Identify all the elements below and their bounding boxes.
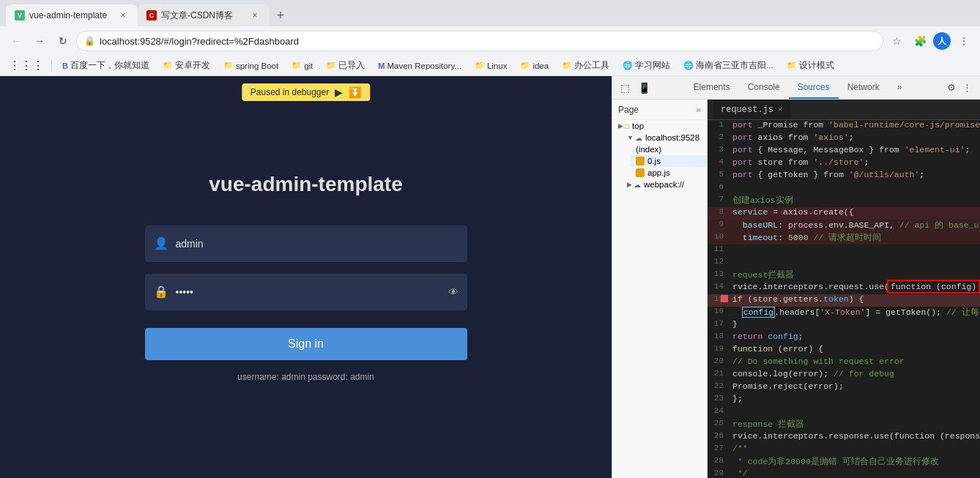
- code-line-highlight: 8 service = axios.create({: [708, 207, 980, 220]
- code-editor-header: request.js ×: [708, 100, 980, 120]
- bookmark-hainan[interactable]: 🌐 海南省三亚市吉阳...: [678, 59, 779, 72]
- debug-step-button[interactable]: ⏬: [349, 86, 361, 98]
- file-tree-appjs[interactable]: app.js: [630, 167, 707, 179]
- file-tree-top[interactable]: ▶ □ top: [612, 120, 707, 132]
- bookmark-baidu[interactable]: B 百度一下，你就知道: [56, 59, 155, 72]
- ft-label-0js: 0.js: [647, 157, 661, 165]
- lock-field-icon: 🔒: [154, 285, 168, 299]
- code-line: 22 Promise.reject(error);: [708, 381, 980, 394]
- debug-resume-button[interactable]: ▶: [335, 86, 343, 98]
- file-tree-0js[interactable]: 0.js: [630, 155, 707, 167]
- tab-more[interactable]: »: [888, 76, 911, 99]
- devtools-topbar: ⬚ 📱 Elements Console Sources Network » ⚙…: [612, 76, 980, 100]
- bookmark-study[interactable]: 🌐 学习网站: [617, 59, 676, 72]
- code-line: 18 return config;: [708, 332, 980, 344]
- password-input[interactable]: [176, 286, 448, 298]
- devtools-panel: ⬚ 📱 Elements Console Sources Network » ⚙…: [612, 76, 980, 478]
- code-line: 10 timeout: 5000 // 请求超时时间: [708, 232, 980, 244]
- browser-controls: ← → ↻ 🔒 localhost:9528/#/login?redirect=…: [0, 26, 980, 56]
- ft-arrow-top: ▶: [618, 122, 623, 130]
- code-tab-close[interactable]: ×: [778, 105, 783, 114]
- code-lines: 1 port _Promise from 'babel-runtime/core…: [708, 120, 980, 478]
- device-toolbar-icon[interactable]: 📱: [637, 81, 650, 94]
- code-file-name: request.js: [721, 105, 773, 115]
- tab-close-csdn[interactable]: ×: [249, 10, 261, 21]
- code-line: 2 port axios from 'axios';: [708, 132, 980, 145]
- bookmark-git[interactable]: 📁 git: [286, 59, 319, 72]
- file-tree: ▶ □ top ▼ ☁ localhost:9528 (index): [612, 120, 707, 190]
- sign-in-button[interactable]: Sign in: [145, 328, 467, 360]
- code-line: 11: [708, 244, 980, 257]
- bookmark-maven[interactable]: M Maven Repository...: [372, 60, 467, 72]
- ft-label-webpack: webpack://: [644, 180, 684, 189]
- address-bar[interactable]: 🔒 localhost:9528/#/login?redirect=%2Fdas…: [76, 31, 883, 51]
- code-line: 27 /**: [708, 444, 980, 456]
- password-input-group: 🔒 👁: [145, 274, 467, 310]
- login-form: 👤 🔒 👁 Sign in username: admin password: …: [145, 225, 467, 382]
- tab-network[interactable]: Network: [839, 76, 888, 99]
- code-line: 29 */: [708, 468, 980, 478]
- main-area: Paused in debugger ▶ ⏬ vue-admin-templat…: [0, 76, 980, 478]
- tab-bar: V vue-admin-template × C 写文章-CSDN博客 × +: [0, 0, 980, 26]
- devtools-more-icon[interactable]: ⋮: [961, 81, 974, 94]
- bookmark-apps[interactable]: ⋮⋮⋮: [6, 57, 47, 74]
- code-line: 7 创建axios实例: [708, 195, 980, 207]
- file-tree-webpack[interactable]: ▶ ☁ webpack://: [621, 179, 707, 190]
- bookmark-idea[interactable]: 📁 idea: [514, 59, 554, 72]
- tab-title-csdn: 写文章-CSDN博客: [161, 10, 246, 22]
- lock-icon: 🔒: [84, 36, 95, 46]
- forward-button[interactable]: →: [29, 31, 50, 51]
- browser-window: V vue-admin-template × C 写文章-CSDN博客 × + …: [0, 0, 980, 478]
- back-button[interactable]: ←: [6, 31, 26, 51]
- tab-console[interactable]: Console: [739, 76, 789, 99]
- new-tab-button[interactable]: +: [270, 4, 292, 26]
- bookmarks-bar: ⋮⋮⋮ B 百度一下，你就知道 📁 安卓开发 📁 spring Boot 📁 g…: [0, 56, 980, 76]
- bookmark-spring[interactable]: 📁 spring Boot: [218, 59, 284, 72]
- tab-sources[interactable]: Sources: [789, 76, 839, 99]
- inspect-element-icon[interactable]: ⬚: [618, 81, 631, 94]
- tab-close-vue[interactable]: ×: [117, 10, 129, 21]
- code-line: 24: [708, 406, 980, 419]
- bookmark-linux[interactable]: 📁 Linux: [469, 59, 513, 72]
- tab-csdn[interactable]: C 写文章-CSDN博客 ×: [138, 4, 270, 26]
- eye-icon[interactable]: 👁: [448, 286, 459, 298]
- code-file-tab[interactable]: request.js ×: [713, 100, 790, 119]
- username-input-group: 👤: [145, 225, 467, 262]
- tab-elements[interactable]: Elements: [685, 76, 739, 99]
- bookmark-android[interactable]: 📁 安卓开发: [157, 59, 216, 72]
- code-line: 6: [708, 182, 980, 195]
- debugger-text: Paused in debugger: [250, 87, 329, 97]
- file-tree-index[interactable]: (index): [630, 143, 707, 155]
- debugger-banner: Paused in debugger ▶ ⏬: [242, 83, 370, 101]
- code-line: 25 response 拦截器: [708, 419, 980, 431]
- extensions-button[interactable]: 🧩: [910, 31, 930, 51]
- code-line: 5 port { getToken } from '@/utils/auth';: [708, 170, 980, 182]
- code-line: 13 request拦截器: [708, 269, 980, 282]
- cloud-icon-webpack: ☁: [634, 181, 641, 189]
- folder-icon-top: □: [625, 122, 629, 130]
- menu-button[interactable]: ⋮: [954, 31, 974, 51]
- tab-favicon-vue: V: [15, 10, 25, 20]
- code-line: 4 port store from '../store';: [708, 157, 980, 170]
- devtools-settings-icon[interactable]: ⚙: [945, 81, 958, 94]
- login-title: vue-admin-template: [209, 173, 403, 196]
- toolbar-right: ☆ 🧩 人 ⋮: [886, 31, 974, 51]
- bookmark-design[interactable]: 📁 设计模式: [781, 59, 840, 72]
- bookmark-imported[interactable]: 📁 已导入: [320, 59, 371, 72]
- tab-vue-admin[interactable]: V vue-admin-template ×: [6, 4, 138, 26]
- username-input[interactable]: [176, 238, 459, 250]
- code-line: 3 port { Message, MessageBox } from 'ele…: [708, 145, 980, 157]
- file-panel-more[interactable]: »: [696, 105, 701, 115]
- file-panel-header: Page »: [612, 100, 707, 120]
- star-button[interactable]: ☆: [886, 31, 907, 51]
- code-editor: request.js × 1 port _Promise from 'babel…: [708, 100, 980, 478]
- code-line: 14 rvice.interceptors.request.use(functi…: [708, 282, 980, 294]
- user-avatar[interactable]: 人: [933, 32, 951, 50]
- code-line: 9 baseURL: process.env.BASE_API, // api …: [708, 220, 980, 232]
- file-tree-localhost[interactable]: ▼ ☁ localhost:9528: [621, 132, 707, 143]
- devtools-icons-left: ⬚ 📱: [618, 81, 650, 94]
- ft-arrow-localhost: ▼: [627, 134, 634, 141]
- reload-button[interactable]: ↻: [53, 31, 73, 51]
- js-file-icon: [636, 157, 645, 165]
- bookmark-office[interactable]: 📁 办公工具: [556, 59, 615, 72]
